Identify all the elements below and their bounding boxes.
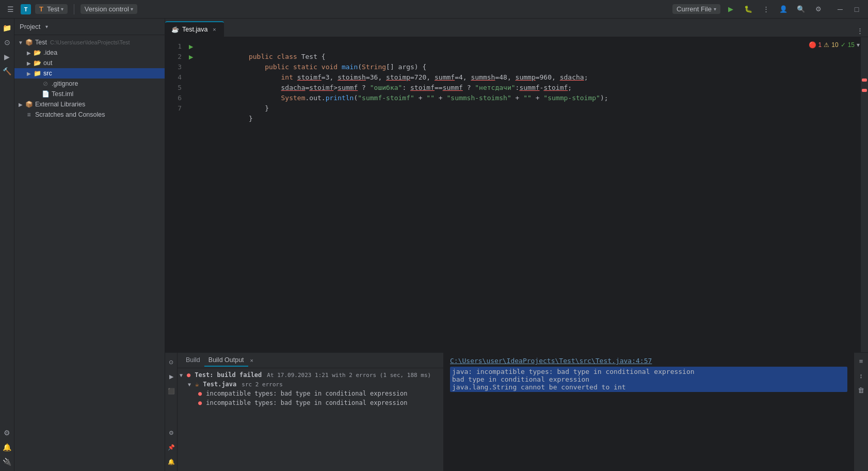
tree-item-src[interactable]: ▶ 📁 src	[14, 68, 165, 78]
bottom-right-icons: ≡ ↕ 🗑	[854, 353, 868, 471]
build-test-label: Test: build failed	[195, 371, 262, 379]
editor-right-scrollbar[interactable]	[861, 37, 868, 352]
build-error-1[interactable]: ● incompatible types: bad type in condit…	[178, 389, 443, 398]
editor-content: 1 2 3 4 5 6 7 ▶ ▶	[165, 37, 868, 352]
settings-sidebar-icon[interactable]: ⚙	[1, 427, 13, 439]
project-sidebar-icon[interactable]: 📁	[1, 22, 13, 34]
tree-label-external: External Libraries	[35, 101, 85, 108]
tab-more-button[interactable]: ⋮	[854, 24, 866, 37]
version-control-label: Version control	[85, 5, 129, 13]
run-line-1[interactable]: ▶	[186, 41, 196, 52]
run-line-2[interactable]: ▶	[186, 52, 196, 62]
tab-build[interactable]: Build	[182, 354, 204, 367]
bottom-icon-sort[interactable]: ↕	[855, 369, 867, 382]
build-settings-icon[interactable]: ⚙	[165, 427, 178, 439]
output-msg-2-text: bad type in conditional expression	[452, 375, 589, 383]
tree-label-testiml: Test.iml	[52, 90, 73, 98]
build-error-icon: ●	[187, 371, 190, 379]
run-line-7	[186, 103, 196, 114]
plugins-icon[interactable]: 🔌	[1, 456, 13, 468]
current-file-button[interactable]: Current File ▾	[672, 4, 720, 14]
warning-icon: ⚠	[824, 41, 829, 49]
more-button[interactable]: ⋮	[759, 2, 773, 17]
tab-close-test-java[interactable]: ×	[211, 26, 218, 33]
hamburger-menu[interactable]: ☰	[4, 3, 17, 15]
bottom-icon-align[interactable]: ≡	[855, 355, 867, 367]
build-bell-icon[interactable]: 🔔	[165, 456, 178, 468]
scroll-marker-2	[862, 89, 867, 92]
folder-icon-out: 📂	[33, 59, 41, 67]
output-message-1: java: incompatible types: bad type in co…	[450, 367, 847, 392]
tab-java-icon: ☕	[171, 26, 179, 33]
tree-arrow-idea: ▶	[25, 49, 33, 57]
run-button[interactable]: ▶	[724, 2, 738, 17]
window-controls: ─ □	[833, 2, 864, 17]
file-icon-gitignore: ⊘	[41, 80, 50, 88]
ok-icon: ✓	[841, 41, 846, 49]
bottom-icon-delete[interactable]: 🗑	[855, 384, 867, 396]
commit-icon[interactable]: ⊙	[1, 36, 13, 49]
notifications-icon[interactable]: 🔔	[1, 441, 13, 453]
output-msg-1-text: java: incompatible types: bad type in co…	[452, 368, 695, 375]
build-expand-icon[interactable]: ⊙	[165, 356, 178, 368]
tree-item-idea[interactable]: ▶ 📂 .idea	[14, 48, 165, 58]
tree-arrow-external: ▶	[17, 100, 25, 108]
tree-arrow-src: ▶	[25, 69, 33, 77]
app-logo: T	[21, 4, 31, 14]
settings-button[interactable]: ⚙	[811, 2, 826, 17]
run-line-5	[186, 83, 196, 93]
tree-item-testiml[interactable]: 📄 Test.iml	[14, 89, 165, 99]
error-icon: 🔴	[809, 41, 816, 49]
run-sidebar-icon[interactable]: ▶	[1, 51, 13, 63]
titlebar-right: Current File ▾ ▶ 🐛 ⋮ 👤 🔍 ⚙ ─ □	[672, 2, 864, 17]
build-stop-icon[interactable]: ⬛	[165, 385, 178, 397]
scratches-icon: ≡	[25, 111, 33, 119]
line-num-1: 1	[165, 41, 182, 52]
java-file-icon: ☕	[195, 381, 199, 388]
run-line-3	[186, 62, 196, 72]
version-control-dropdown[interactable]: Version control ▾	[81, 4, 137, 14]
module-icon: 📦	[25, 38, 33, 46]
build-item-root[interactable]: ▼ ● Test: build failed At 17.09.2023 1:2…	[178, 370, 443, 380]
error-counter: 🔴 1 ⚠ 10 ✓ 15 ▾	[809, 41, 860, 49]
tree-label-test: Test	[35, 39, 47, 46]
titlebar: ☰ T T Test ▾ Version control ▾ Current F…	[0, 0, 868, 19]
build-pin-icon[interactable]: 📌	[165, 441, 178, 453]
tree-label-idea: .idea	[43, 49, 57, 56]
tree-item-test[interactable]: ▼ 📦 Test C:\Users\user\IdeaProjects\Test	[14, 37, 165, 48]
output-file-link[interactable]: C:\Users\user\IdeaProjects\Test\src\Test…	[450, 357, 847, 365]
build-error-1-label: incompatible types: bad type in conditio…	[206, 390, 407, 397]
build-error-2[interactable]: ● incompatible types: bad type in condit…	[178, 398, 443, 407]
tab-build-output[interactable]: Build Output	[204, 354, 248, 367]
profile-button[interactable]: 👤	[776, 2, 791, 17]
file-icon-testiml: 📄	[41, 90, 50, 98]
tree-label-out: out	[43, 59, 52, 67]
build-sidebar-icon[interactable]: 🔨	[1, 65, 13, 77]
tree-item-scratches[interactable]: ≡ Scratches and Consoles	[14, 109, 165, 120]
minimize-button[interactable]: ─	[833, 2, 847, 17]
debug-button[interactable]: 🐛	[741, 2, 756, 17]
tree-item-external[interactable]: ▶ 📦 External Libraries	[14, 99, 165, 109]
build-item-testjava[interactable]: ▼ ☕ Test.java src 2 errors	[178, 380, 443, 389]
left-sidebar: 📁 ⊙ ▶ 🔨 ⚙ 🔔 🔌	[0, 19, 14, 471]
line-num-2: 2	[165, 52, 182, 62]
build-output-close[interactable]: ×	[250, 357, 253, 364]
build-expand-arrow-java: ▼	[188, 382, 191, 387]
build-inner: ⊙ ▶ ⬛ ⚙ 📌 🔔 Build Build Output ×	[165, 353, 443, 471]
project-dropdown[interactable]: T Test ▾	[35, 4, 68, 14]
maximize-button[interactable]: □	[849, 2, 864, 17]
project-panel: Project ▾ ▼ 📦 Test C:\Users\user\IdeaPro…	[14, 19, 165, 471]
code-line-1: public class Test {	[196, 41, 861, 52]
tree-item-out[interactable]: ▶ 📂 out	[14, 58, 165, 68]
tree-item-gitignore[interactable]: ⊘ .gitignore	[14, 78, 165, 89]
tree-label-scratches: Scratches and Consoles	[35, 111, 105, 118]
build-run-icon[interactable]: ▶	[165, 370, 178, 383]
code-editor[interactable]: public class Test { public static void m…	[196, 37, 861, 352]
tab-test-java[interactable]: ☕ Test.java ×	[165, 21, 224, 37]
search-button[interactable]: 🔍	[794, 2, 808, 17]
error-expand-icon[interactable]: ▾	[857, 41, 860, 49]
line-num-6: 6	[165, 93, 182, 103]
output-content[interactable]: C:\Users\user\IdeaProjects\Test\src\Test…	[444, 353, 854, 471]
tree-arrow-test: ▼	[17, 38, 25, 46]
project-panel-dropdown[interactable]: ▾	[45, 24, 48, 29]
